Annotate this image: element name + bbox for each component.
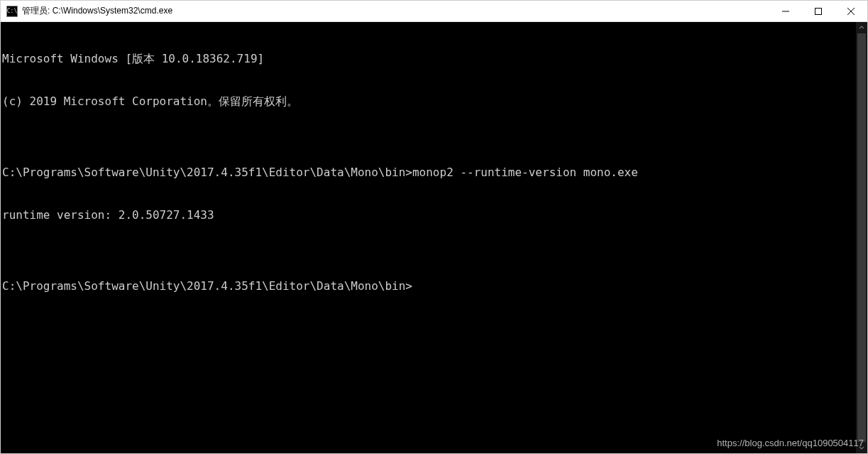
scrollbar-thumb[interactable] bbox=[857, 33, 866, 442]
watermark: https://blog.csdn.net/qq1090504117 bbox=[717, 438, 864, 448]
window-controls bbox=[769, 1, 867, 21]
titlebar: C:\ 管理员: C:\Windows\System32\cmd.exe bbox=[1, 1, 867, 22]
maximize-icon bbox=[815, 8, 822, 15]
minimize-icon bbox=[782, 8, 789, 15]
close-button[interactable] bbox=[835, 1, 867, 21]
terminal-line: (c) 2019 Microsoft Corporation。保留所有权利。 bbox=[2, 94, 856, 109]
terminal-content[interactable]: Microsoft Windows [版本 10.0.18362.719] (c… bbox=[1, 22, 856, 453]
cmd-icon-label: C:\ bbox=[7, 9, 17, 14]
terminal-prompt: C:\Programs\Software\Unity\2017.4.35f1\E… bbox=[2, 279, 412, 293]
chevron-up-icon bbox=[859, 25, 864, 31]
cmd-icon: C:\ bbox=[6, 6, 18, 17]
minimize-button[interactable] bbox=[769, 1, 802, 21]
terminal-line: Microsoft Windows [版本 10.0.18362.719] bbox=[2, 52, 856, 66]
window-title: 管理员: C:\Windows\System32\cmd.exe bbox=[22, 5, 769, 17]
terminal-area: Microsoft Windows [版本 10.0.18362.719] (c… bbox=[1, 22, 867, 453]
terminal-line: C:\Programs\Software\Unity\2017.4.35f1\E… bbox=[2, 166, 856, 180]
cmd-window: C:\ 管理员: C:\Windows\System32\cmd.exe Mic… bbox=[0, 0, 868, 454]
vertical-scrollbar[interactable] bbox=[856, 22, 867, 453]
close-icon bbox=[847, 8, 855, 15]
svg-rect-1 bbox=[815, 8, 822, 14]
cursor bbox=[412, 281, 418, 293]
terminal-line: runtime version: 2.0.50727.1433 bbox=[2, 208, 856, 222]
scrollbar-up-button[interactable] bbox=[856, 22, 867, 33]
maximize-button[interactable] bbox=[802, 1, 835, 21]
terminal-prompt-line: C:\Programs\Software\Unity\2017.4.35f1\E… bbox=[2, 279, 856, 293]
scrollbar-track[interactable] bbox=[856, 33, 867, 442]
